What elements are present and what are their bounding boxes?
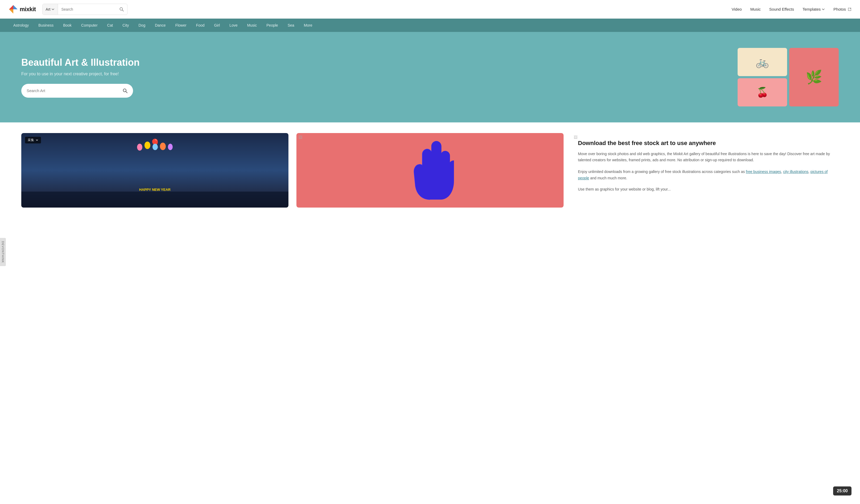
category-nav: Astrology Business Book Computer Cat Cit… [0,19,860,32]
logo-text: mixkit [20,6,36,13]
chevron-down-icon [35,139,38,142]
logo[interactable]: mixkit [9,4,36,14]
cat-people[interactable]: People [261,19,283,32]
link-free-business[interactable]: free business images [746,170,781,174]
hero-section: Beautiful Art & Illustration For you to … [0,32,860,123]
search-type-dropdown[interactable]: Art [43,4,58,15]
header: mixkit Art Video Music Sound Effects Tem… [0,0,860,19]
search-icon [123,88,128,93]
broken-image-icon-3: 🖼 [574,135,577,140]
svg-line-6 [126,91,127,93]
cat-dog[interactable]: Dog [133,19,150,32]
search-input[interactable] [58,4,116,15]
art-card-2: 🖼 [297,133,563,207]
nav-templates[interactable]: Templates [803,7,825,12]
hero-subtitle: For you to use in your next creative pro… [21,72,140,76]
hero-search-button[interactable] [123,88,128,93]
nav-music[interactable]: Music [750,7,761,12]
link-city-illustrations[interactable]: city illustrations [783,170,808,174]
chevron-down-icon [51,8,55,11]
content-grid: 🖼 采集 HAPPY NEW YEAR [21,133,839,207]
cat-sea[interactable]: Sea [283,19,299,32]
card-text-body-3: Use them as graphics for your website or… [578,186,832,193]
hero-image-3: 🍒 [737,78,787,106]
search-button[interactable] [116,7,127,12]
svg-line-4 [122,10,124,11]
nav-photos[interactable]: Photos [833,7,851,12]
search-bar: Art [42,4,127,15]
search-icon [119,7,124,12]
art-card-3: 🖼 Download the best free stock art to us… [572,133,839,207]
card-text-title: Download the best free stock art to use … [578,140,832,147]
cat-food[interactable]: Food [191,19,210,32]
cat-city[interactable]: City [118,19,133,32]
hero-search-bar [21,84,133,98]
cat-cat[interactable]: Cat [102,19,118,32]
art-card-1: 🖼 采集 HAPPY NEW YEAR [21,133,288,207]
broken-image-icon-2: 🖼 [299,135,302,140]
hero-search-input[interactable] [27,88,123,93]
cat-astrology[interactable]: Astrology [9,19,33,32]
chevron-down-icon [822,8,825,11]
cat-business[interactable]: Business [33,19,58,32]
happy-new-year-text: HAPPY NEW YEAR [139,188,171,191]
nav-sound-effects[interactable]: Sound Effects [769,7,794,12]
nav-video[interactable]: Video [732,7,742,12]
collect-button[interactable]: 采集 [25,137,41,143]
hand-illustration [406,139,454,202]
svg-marker-1 [13,5,17,9]
cat-girl[interactable]: Girl [210,19,225,32]
cat-flower[interactable]: Flower [171,19,191,32]
card-text-block: Download the best free stock art to use … [572,133,839,199]
hero-images: 🚲 🌿 🍒 🏠 [737,48,839,106]
cat-music[interactable]: Music [242,19,262,32]
svg-marker-0 [9,5,13,9]
content-section: 🖼 采集 HAPPY NEW YEAR [0,123,860,218]
cat-more[interactable]: More [299,19,317,32]
card-text-body-1: Move over boring stock photos and old we… [578,151,832,164]
external-link-icon [848,8,851,11]
search-type-label: Art [46,7,51,12]
hero-title: Beautiful Art & Illustration [21,57,140,68]
card-image-2 [297,133,563,207]
cat-dance[interactable]: Dance [150,19,170,32]
svg-marker-2 [9,9,13,14]
card-text-body-2: Enjoy unlimited downloads from a growing… [578,169,832,182]
cat-love[interactable]: Love [225,19,242,32]
hero-image-2: 🌿 [789,48,839,106]
cat-book[interactable]: Book [58,19,76,32]
main-nav: Video Music Sound Effects Templates Phot… [732,7,851,12]
hero-left: Beautiful Art & Illustration For you to … [21,57,140,97]
cat-computer[interactable]: Computer [76,19,102,32]
hero-image-1: 🚲 [737,48,787,76]
card-image-1: 采集 HAPPY NEW YEAR [21,133,288,207]
